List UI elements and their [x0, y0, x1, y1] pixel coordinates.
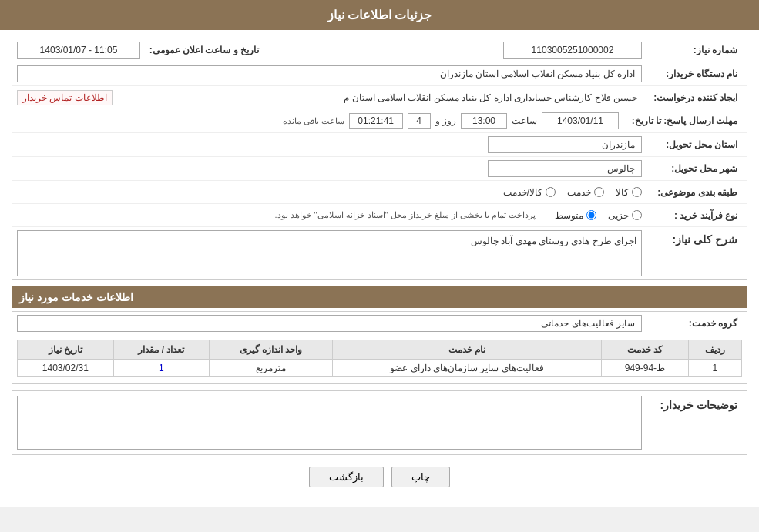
- page-title: جزئیات اطلاعات نیاز: [327, 8, 432, 22]
- jozei-radio-item[interactable]: جزیی: [608, 210, 642, 221]
- row-nam-dastgah: نام دستگاه خریدار: اداره کل بنیاد مسکن ا…: [12, 62, 747, 86]
- khedmat-radio-item[interactable]: خدمت: [567, 187, 604, 198]
- cell-radif: 1: [688, 360, 742, 377]
- khadamat-table: ردیف کد خدمت نام خدمت واحد اندازه گیری ت…: [17, 340, 742, 377]
- row-shahr: شهر محل تحویل: چالوس: [12, 157, 747, 181]
- col-tarikh-niaz: تاریخ نیاز: [18, 340, 114, 360]
- table-header-row: ردیف کد خدمت نام خدمت واحد اندازه گیری ت…: [18, 340, 742, 360]
- mottaset-label: متوسط: [555, 210, 583, 221]
- tawsihat-section: توضیحات خریدار:: [12, 390, 747, 455]
- goroh-khedmat-section: گروه خدمت: سایر فعالیت‌های خدماتی ردیف ک…: [12, 311, 747, 384]
- noe-farayand-label: نوع فرآیند خرید :: [642, 210, 742, 221]
- kala-khedmat-radio[interactable]: [546, 187, 556, 197]
- khedmat-label: خدمت: [567, 187, 591, 198]
- cell-nam-khedmat: فعالیت‌های سایر سازمان‌های دارای عضو: [332, 360, 602, 377]
- info-section: شماره نیاز: 1103005251000002 تاریخ و ساع…: [12, 38, 747, 280]
- kala-label: کالا: [616, 187, 629, 198]
- ostan-value: مازندران: [488, 136, 642, 153]
- cell-tedad: 1: [113, 360, 209, 377]
- row-ostan: استان محل تحویل: مازندران: [12, 133, 747, 157]
- noe-farayand-note: پرداخت تمام یا بخشی از مبلغ خریداز محل "…: [274, 210, 536, 220]
- goroh-khedmat-label: گروه خدمت:: [642, 318, 742, 329]
- ostan-label: استان محل تحویل:: [642, 139, 742, 150]
- cell-tarikh-niaz: 1403/02/31: [18, 360, 114, 377]
- col-vahed: واحد اندازه گیری: [210, 340, 333, 360]
- mohlat-saat-mande: 01:21:41: [349, 113, 403, 129]
- ettelaat-link[interactable]: اطلاعات تماس خریدار: [17, 90, 113, 105]
- shahr-label: شهر محل تحویل:: [642, 163, 742, 174]
- jozei-radio[interactable]: [632, 210, 642, 220]
- goroh-khedmat-value: سایر فعالیت‌های خدماتی: [17, 315, 642, 332]
- main-content: شماره نیاز: 1103005251000002 تاریخ و ساع…: [0, 30, 759, 507]
- mottaset-radio-item[interactable]: متوسط: [555, 210, 596, 221]
- row-sharh-kolli: شرح کلی نیاز: اجرای طرح هادی روستای مهدی…: [12, 227, 747, 279]
- tawsihat-label: توضیحات خریدار:: [642, 396, 742, 411]
- tawsihat-row: توضیحات خریدار:: [12, 391, 747, 454]
- col-radif: ردیف: [688, 340, 742, 360]
- saat-baqi-mande-label: ساعت باقی مانده: [283, 116, 344, 126]
- tarikh-alan-value: 1403/01/07 - 11:05: [17, 42, 140, 59]
- row-shomare-tarikh: شماره نیاز: 1103005251000002 تاریخ و ساع…: [12, 38, 747, 62]
- mohlat-roz: 4: [408, 113, 431, 129]
- print-button[interactable]: چاپ: [391, 467, 450, 487]
- sharh-kolli-label: شرح کلی نیاز:: [642, 230, 742, 246]
- jozei-label: جزیی: [608, 210, 629, 221]
- row-tabaqeh: طبقه بندی موضوعی: کالا خدمت کالا/خدمت: [12, 181, 747, 204]
- shomare-niaz-label: شماره نیاز:: [642, 45, 742, 55]
- kala-radio-item[interactable]: کالا: [616, 187, 642, 198]
- sharh-kolli-value: اجرای طرح هادی روستای مهدی آباد چالوس: [471, 236, 636, 246]
- ijad-konande-value: حسین فلاح کارشناس حسابداری اداره کل بنیا…: [120, 91, 642, 105]
- row-mohlat: مهلت ارسال پاسخ: تا تاریخ: 1403/01/11 سا…: [12, 109, 747, 133]
- mohlat-date: 1403/01/11: [542, 112, 619, 129]
- roz-label: روز و: [431, 115, 461, 126]
- cell-kod-khedmat: ط-94-949: [602, 360, 688, 377]
- khadamat-table-section: ردیف کد خدمت نام خدمت واحد اندازه گیری ت…: [12, 340, 747, 383]
- khedmat-radio[interactable]: [594, 187, 604, 197]
- shomare-niaz-value: 1103005251000002: [503, 42, 642, 59]
- buttons-row: چاپ بازگشت: [12, 467, 747, 487]
- goroh-khedmat-row: گروه خدمت: سایر فعالیت‌های خدماتی: [12, 312, 747, 335]
- page-wrapper: جزئیات اطلاعات نیاز شماره نیاز: 11030052…: [0, 0, 759, 507]
- row-ijad-konande: ایجاد کننده درخواست: حسین فلاح کارشناس ح…: [12, 86, 747, 109]
- sharh-kolli-box: اجرای طرح هادی روستای مهدی آباد چالوس: [17, 230, 642, 276]
- row-noe-farayand: نوع فرآیند خرید : جزیی متوسط پرداخت تمام…: [12, 204, 747, 227]
- tabaqeh-radio-group: کالا خدمت کالا/خدمت: [503, 187, 642, 198]
- kala-radio[interactable]: [632, 187, 642, 197]
- kala-khedmat-label: کالا/خدمت: [503, 187, 542, 198]
- col-kod-khedmat: کد خدمت: [602, 340, 688, 360]
- back-button[interactable]: بازگشت: [309, 467, 384, 487]
- khadamat-section-title: اطلاعات خدمات مورد نیاز: [12, 286, 747, 308]
- noe-farayand-group: جزیی متوسط پرداخت تمام یا بخشی از مبلغ خ…: [17, 210, 642, 221]
- tawsihat-textarea[interactable]: [17, 396, 642, 450]
- col-nam-khedmat: نام خدمت: [332, 340, 602, 360]
- mohlat-label: مهلت ارسال پاسخ: تا تاریخ:: [619, 115, 742, 126]
- khadamat-title: اطلاعات خدمات مورد نیاز: [19, 291, 133, 303]
- saat-label: ساعت: [507, 115, 542, 126]
- mohlat-saat: 13:00: [461, 113, 507, 129]
- nam-dastgah-value: اداره کل بنیاد مسکن انقلاب اسلامی استان …: [17, 65, 642, 82]
- kala-khedmat-radio-item[interactable]: کالا/خدمت: [503, 187, 556, 198]
- tabaqeh-label: طبقه بندی موضوعی:: [642, 187, 742, 198]
- shahr-value: چالوس: [488, 160, 642, 177]
- ijad-konande-label: ایجاد کننده درخواست:: [642, 92, 742, 103]
- nam-dastgah-label: نام دستگاه خریدار:: [642, 69, 742, 79]
- mottaset-radio[interactable]: [586, 210, 596, 220]
- col-tedad: تعداد / مقدار: [113, 340, 209, 360]
- table-row: 1 ط-94-949 فعالیت‌های سایر سازمان‌های دا…: [18, 360, 742, 377]
- tarikh-alan-label: تاریخ و ساعت اعلان عمومی:: [140, 45, 264, 55]
- page-header: جزئیات اطلاعات نیاز: [0, 0, 759, 30]
- cell-vahed: مترمربع: [210, 360, 333, 377]
